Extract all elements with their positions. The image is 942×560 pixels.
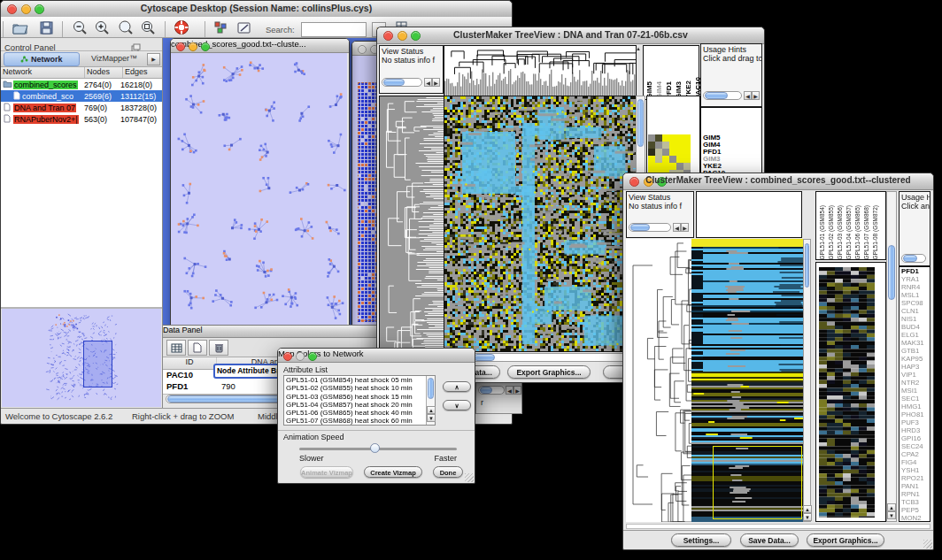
list-item[interactable]: MAK31: [900, 339, 930, 347]
list-item[interactable]: GPL51-02 (GSM855) heat shock 10 min: [286, 384, 435, 392]
list-item[interactable]: GPL51-01 (GSM854) heat shock 05 min: [286, 376, 435, 384]
usage-hints-scrollbar[interactable]: [703, 91, 742, 100]
column-dendrogram-canvas[interactable]: [444, 45, 637, 96]
search-input[interactable]: [301, 22, 367, 37]
zoom-matrix-canvas[interactable]: [648, 134, 691, 177]
scroll-left-icon[interactable]: ◀: [424, 78, 432, 87]
delete-attribute-icon[interactable]: [209, 340, 228, 356]
annotation-icon[interactable]: [236, 20, 252, 39]
vizmap-nodes-icon[interactable]: [213, 20, 228, 38]
list-item[interactable]: HMG1: [900, 403, 930, 410]
row-dendrogram-canvas[interactable]: [379, 96, 444, 352]
list-item[interactable]: NIS1: [900, 315, 930, 323]
save-icon[interactable]: [39, 20, 54, 39]
list-item[interactable]: HAP3: [900, 363, 930, 371]
zoom-fit-icon[interactable]: [117, 19, 134, 39]
network-row-selected[interactable]: combined_sco 2569(6) 13112(15): [1, 90, 162, 102]
scroll-down-icon[interactable]: ▼: [803, 513, 812, 521]
view-status-scrollbar[interactable]: [629, 223, 671, 232]
select-attributes-icon[interactable]: [166, 340, 186, 356]
scroll-left-icon[interactable]: ◀: [744, 91, 752, 100]
animate-vizmap-button[interactable]: Animate Vizmap: [300, 466, 353, 478]
list-item[interactable]: YRA1: [900, 275, 930, 283]
close-button[interactable]: [358, 45, 367, 54]
resize-grip[interactable]: [923, 540, 932, 548]
list-item[interactable]: SEC1: [900, 395, 930, 403]
list-item[interactable]: KAP95: [900, 355, 930, 363]
data-col-id[interactable]: ID: [163, 357, 217, 369]
network-overview-panel[interactable]: [2, 309, 161, 407]
list-item[interactable]: GPL51-03 (GSM856) heat shock 15 min: [286, 393, 435, 401]
scroll-right-icon[interactable]: ▶: [432, 78, 440, 87]
list-item[interactable]: SPC98: [900, 299, 930, 307]
list-item[interactable]: BUD4: [900, 323, 930, 331]
list-item[interactable]: MON2: [900, 514, 930, 522]
scroll-right-icon[interactable]: ▶: [752, 91, 760, 100]
network-view-canvas[interactable]: [171, 53, 347, 326]
close-button[interactable]: [283, 352, 292, 361]
zoom-in-icon[interactable]: [94, 19, 110, 39]
usage-hints-scrollbar[interactable]: [901, 254, 926, 263]
list-item[interactable]: CLN1: [900, 307, 930, 315]
list-item[interactable]: GPL51-02 (GSM855): [828, 205, 834, 259]
heatmap-vscrollbar[interactable]: ▲▼: [803, 239, 811, 522]
list-item[interactable]: PFD1: [900, 267, 930, 275]
network-overview-canvas[interactable]: [2, 309, 161, 407]
help-lifering-icon[interactable]: [174, 19, 189, 39]
col-edges[interactable]: Edges: [123, 67, 162, 78]
list-item[interactable]: PHO81: [900, 410, 930, 418]
open-folder-icon[interactable]: [12, 20, 28, 39]
scroll-up-icon[interactable]: ▲: [427, 406, 436, 414]
list-item[interactable]: GPL51-04 (GSM857) heat shock 20 min: [286, 401, 435, 409]
minimize-button[interactable]: [296, 352, 305, 361]
speed-slider[interactable]: [299, 448, 457, 450]
done-button[interactable]: Done: [433, 466, 463, 478]
export-graphics-button[interactable]: Export Graphics...: [807, 533, 884, 547]
attribute-list[interactable]: GPL51-01 (GSM854) heat shock 05 minGPL51…: [283, 375, 436, 426]
row-dendrogram-canvas[interactable]: [626, 239, 691, 522]
scroll-down-icon[interactable]: ▼: [427, 414, 436, 422]
list-item[interactable]: RNR4: [900, 283, 930, 291]
zoom-heatmap-canvas[interactable]: [819, 267, 875, 518]
close-button[interactable]: [176, 42, 185, 51]
view-status-scrollbar[interactable]: [382, 78, 422, 87]
slider-thumb[interactable]: [370, 443, 380, 453]
zoom-selected-icon[interactable]: [140, 19, 156, 39]
tab-network[interactable]: Network: [4, 52, 80, 66]
network-row[interactable]: combined_scores 2764(0) 16218(0): [1, 79, 162, 90]
resize-grip[interactable]: [465, 473, 474, 482]
tab-overflow-button[interactable]: ▶: [147, 53, 160, 65]
list-item[interactable]: GTB1: [900, 347, 930, 355]
list-item[interactable]: VIP1: [900, 371, 930, 379]
export-graphics-button[interactable]: Export Graphics...: [507, 365, 591, 379]
network-tree-empty-area[interactable]: [1, 125, 162, 309]
list-item[interactable]: GPI16: [900, 434, 930, 442]
list-item[interactable]: GPL51-01 (GSM854): [819, 205, 825, 259]
list-item[interactable]: GPL51-06 (GSM865) heat shock 40 min: [286, 409, 435, 417]
list-item[interactable]: SEC24: [900, 442, 930, 450]
list-item[interactable]: YSH1: [900, 466, 930, 474]
move-down-button[interactable]: ∨: [443, 400, 471, 410]
scroll-down-icon[interactable]: ▼: [887, 511, 896, 519]
zoom-button[interactable]: [201, 42, 210, 51]
scroll-left-icon[interactable]: ◀: [673, 223, 681, 232]
list-item[interactable]: GPL51-08 (GSM872): [872, 205, 878, 259]
scroll-left-icon[interactable]: ◀: [506, 386, 513, 395]
list-item[interactable]: RPN1: [900, 490, 930, 498]
scroll-right-icon[interactable]: ▶: [681, 223, 689, 232]
list-item[interactable]: GPL51-06 (GSM865): [854, 205, 861, 259]
zoom-vscrollbar[interactable]: ▲▼: [886, 191, 897, 522]
col-nodes[interactable]: Nodes: [85, 67, 123, 78]
list-item[interactable]: FIG4: [900, 458, 930, 466]
fragment-scrollbar[interactable]: [478, 386, 505, 395]
list-item[interactable]: MSI1: [900, 387, 930, 395]
minimize-button[interactable]: [189, 42, 197, 51]
scroll-up-icon[interactable]: ▲: [636, 46, 641, 51]
network-row[interactable]: RNAPuberNov2+| 563(0) 107847(0): [1, 113, 162, 125]
list-item[interactable]: ELG1: [900, 331, 930, 339]
list-item[interactable]: GPL51-04 (GSM857): [845, 205, 852, 259]
save-data-button[interactable]: Save Data...: [740, 533, 799, 547]
list-item[interactable]: HRD3: [900, 426, 930, 434]
list-item[interactable]: MSL1: [900, 291, 930, 299]
list-item[interactable]: PEP5: [900, 506, 930, 514]
